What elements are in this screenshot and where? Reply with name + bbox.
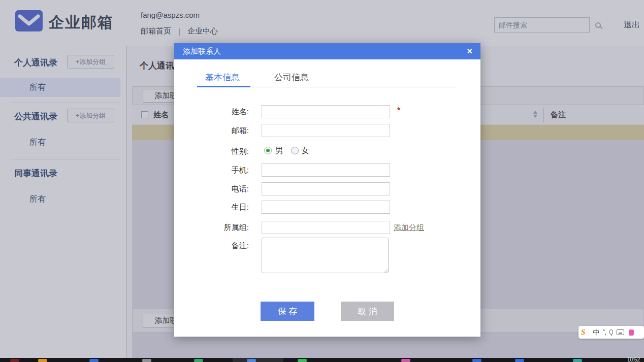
os-taskbar: 10:52: [0, 358, 644, 362]
dialog-titlebar[interactable]: 添加联系人 ×: [174, 43, 480, 59]
taskbar-icon[interactable]: [247, 359, 256, 362]
phone-field[interactable]: [262, 182, 390, 195]
taskbar-icon[interactable]: [38, 359, 47, 362]
save-button[interactable]: 保 存: [261, 302, 314, 321]
tab-basic-info[interactable]: 基本信息: [205, 72, 240, 83]
mobile-label: 手机:: [200, 166, 249, 175]
taskbar-icon[interactable]: [515, 359, 524, 362]
group-label: 所属组:: [200, 223, 249, 233]
add-contact-dialog: 添加联系人 × 基本信息 公司信息 姓名: * 邮箱: 性别: 男 女 手机: …: [174, 43, 480, 337]
email-label: 邮箱:: [200, 126, 249, 136]
close-icon[interactable]: ×: [467, 43, 472, 59]
taskbar-icon[interactable]: [472, 359, 481, 362]
taskbar-icon[interactable]: [194, 359, 203, 362]
gender-female-label[interactable]: 女: [301, 146, 309, 156]
gender-female-radio[interactable]: [291, 147, 299, 154]
ime-divider: [589, 328, 589, 336]
add-group-link[interactable]: 添加分组: [394, 223, 424, 233]
screen: 企业邮箱 fang@aspzs.com 邮箱首页 | 企业中心 退出 个人通讯录…: [0, 0, 644, 362]
group-field[interactable]: [262, 221, 390, 234]
taskbar-icon[interactable]: [10, 359, 19, 362]
note-label: 备注:: [200, 241, 249, 251]
taskbar-icon[interactable]: [573, 359, 582, 362]
keyboard-icon[interactable]: [617, 330, 624, 335]
microphone-icon[interactable]: [609, 330, 613, 335]
birthday-label: 生日:: [200, 203, 249, 212]
dialog-title: 添加联系人: [183, 43, 221, 59]
gender-male-radio[interactable]: [264, 147, 272, 154]
ime-punctuation-icon[interactable]: ˚,: [603, 329, 605, 336]
taskbar-active-app[interactable]: [233, 358, 283, 362]
taskbar-icon[interactable]: [89, 359, 99, 362]
note-textarea[interactable]: [262, 238, 389, 273]
cancel-button[interactable]: 取 消: [341, 302, 394, 321]
tab-company-info[interactable]: 公司信息: [274, 72, 309, 83]
ime-logo-icon[interactable]: S: [581, 328, 585, 337]
email-field[interactable]: [262, 124, 390, 137]
taskbar-clock: 10:52: [627, 357, 640, 362]
name-label: 姓名:: [200, 107, 249, 117]
gender-label: 性别:: [200, 147, 249, 156]
birthday-field[interactable]: [262, 201, 390, 214]
taskbar-icon[interactable]: [142, 359, 151, 362]
phone-label: 电话:: [200, 184, 249, 194]
ime-extra-icon[interactable]: [629, 330, 634, 336]
ime-toolbar: S 中 ˚,: [578, 326, 644, 339]
taskbar-icon[interactable]: [298, 359, 307, 362]
gender-male-label[interactable]: 男: [275, 146, 283, 156]
name-field[interactable]: [262, 105, 390, 118]
mobile-field[interactable]: [262, 163, 390, 177]
taskbar-icon[interactable]: [401, 359, 410, 362]
required-marker: *: [397, 106, 400, 115]
tab-active-indicator: [197, 86, 250, 87]
ime-chinese-mode-icon[interactable]: 中: [593, 328, 599, 337]
